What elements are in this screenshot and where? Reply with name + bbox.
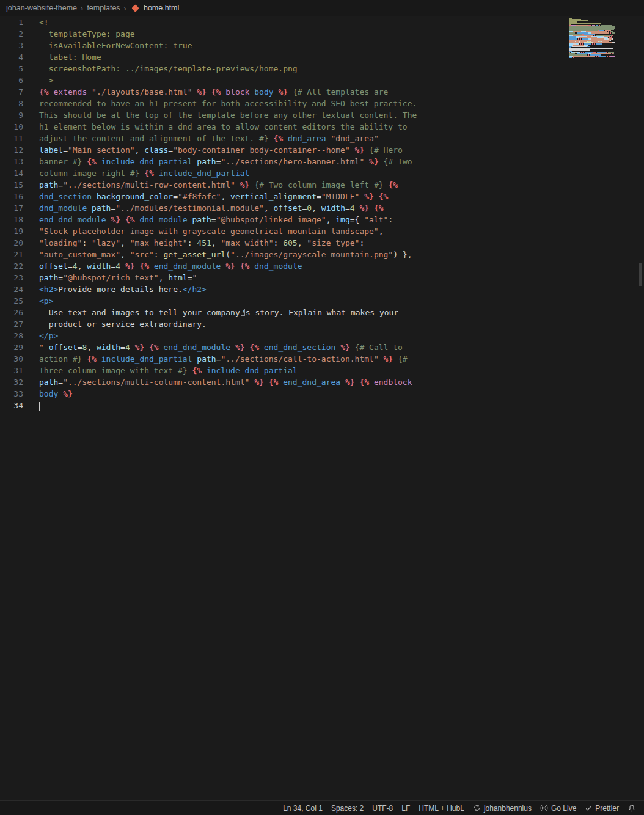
line-number[interactable]: 31	[0, 366, 29, 378]
code-token: =	[211, 215, 216, 224]
line-number[interactable]: 5	[0, 64, 29, 76]
code-line[interactable]: path="@hubspot/rich_text", html="	[39, 273, 569, 285]
line-number[interactable]: 9	[0, 111, 29, 122]
code-line[interactable]: screenshotPath: ../images/template-previ…	[39, 64, 569, 76]
encoding[interactable]: UTF-8	[368, 801, 397, 815]
line-number[interactable]: 3	[0, 41, 29, 53]
code-token	[154, 169, 159, 178]
line-number[interactable]: 23	[0, 273, 29, 285]
code-line[interactable]: product or service extraordinary.	[39, 320, 569, 331]
code-line[interactable]	[39, 401, 569, 412]
indentation[interactable]: Spaces: 2	[327, 801, 368, 815]
code-token: isAvailableForNewContent: true	[39, 41, 192, 50]
code-line[interactable]: dnd_module path="../modules/testimonial.…	[39, 203, 569, 215]
go-live[interactable]: Go Live	[536, 801, 580, 815]
code-line[interactable]: end_dnd_module %} {% dnd_module path="@h…	[39, 215, 569, 227]
code-line[interactable]: adjust the content and alignment of the …	[39, 134, 569, 145]
minimap[interactable]	[569, 18, 618, 59]
line-number[interactable]: 27	[0, 320, 29, 331]
code-line[interactable]: h1 element below is within a dnd area to…	[39, 122, 569, 134]
code-line[interactable]: {% extends "./layouts/base.html" %} {% b…	[39, 87, 569, 99]
line-number[interactable]: 24	[0, 285, 29, 296]
code-line[interactable]: dnd_section background_color="#f8fafc", …	[39, 192, 569, 203]
code-line[interactable]: Use text and images to tell your company…	[39, 308, 569, 320]
line-number[interactable]: 16	[0, 192, 29, 203]
line-number[interactable]: 15	[0, 180, 29, 192]
code-token	[202, 366, 207, 375]
settings-sync-account[interactable]: johanbhennius	[469, 801, 536, 815]
code-line[interactable]: <!--	[39, 18, 569, 29]
code-token: =	[168, 145, 173, 155]
code-token: <!--	[39, 18, 58, 27]
breadcrumb-item-theme[interactable]: johan-website-theme	[6, 4, 77, 12]
code-token	[97, 157, 101, 166]
line-number[interactable]: 22	[0, 261, 29, 273]
code-area[interactable]: <!-- templateType: page isAvailableForNe…	[29, 18, 569, 800]
code-line[interactable]: label: Home	[39, 53, 569, 64]
code-line[interactable]: offset=4, width=4 %} {% end_dnd_module %…	[39, 261, 569, 273]
line-number[interactable]: 6	[0, 76, 29, 87]
breadcrumb-file[interactable]: home.html	[144, 4, 179, 12]
code-line[interactable]: "Stock placeholder image with grayscale …	[39, 227, 569, 238]
code-token: {%	[125, 215, 135, 224]
line-number[interactable]: 13	[0, 157, 29, 169]
code-line[interactable]: action #} {% include_dnd_partial path=".…	[39, 354, 569, 366]
code-line[interactable]: "loading": "lazy", "max_height": 451, "m…	[39, 238, 569, 250]
code-line[interactable]: body %}	[39, 389, 569, 401]
code-line[interactable]: </p>	[39, 331, 569, 343]
breadcrumb-item-templates[interactable]: templates	[87, 4, 120, 12]
line-number[interactable]: 34	[0, 401, 29, 412]
code-token: "../sections/call-to-action.html"	[221, 354, 378, 364]
code-line[interactable]: path="../sections/multi-column-content.h…	[39, 378, 569, 389]
line-number[interactable]: 12	[0, 145, 29, 157]
line-number[interactable]: 2	[0, 29, 29, 41]
code-line[interactable]: " offset=8, width=4 %} {% end_dnd_module…	[39, 343, 569, 354]
prettier[interactable]: Prettier	[580, 801, 623, 815]
overview-ruler-mark[interactable]	[639, 263, 642, 286]
line-number[interactable]: 25	[0, 296, 29, 308]
language-mode[interactable]: HTML + HubL	[414, 801, 469, 815]
line-number[interactable]: 28	[0, 331, 29, 343]
line-number[interactable]: 14	[0, 169, 29, 180]
line-number[interactable]: 21	[0, 250, 29, 261]
line-number[interactable]: 20	[0, 238, 29, 250]
code-token: <p>	[39, 296, 53, 305]
code-line[interactable]: <h2>Provide more details here.</h2>	[39, 285, 569, 296]
code-line[interactable]: banner #} {% include_dnd_partial path=".…	[39, 157, 569, 169]
code-line[interactable]: isAvailableForNewContent: true	[39, 41, 569, 53]
line-number[interactable]: 26	[0, 308, 29, 320]
end-of-line[interactable]: LF	[397, 801, 414, 815]
code-token: {%	[249, 343, 259, 352]
notifications[interactable]	[623, 801, 640, 815]
code-line[interactable]: -->	[39, 76, 569, 87]
code-line[interactable]: path="../sections/multi-row-content.html…	[39, 180, 569, 192]
line-number[interactable]: 4	[0, 53, 29, 64]
code-line[interactable]: recommended to have an h1 present for bo…	[39, 99, 569, 111]
code-token	[283, 134, 288, 143]
line-number[interactable]: 8	[0, 99, 29, 111]
line-number[interactable]: 11	[0, 134, 29, 145]
code-token	[87, 203, 92, 213]
code-line[interactable]: label="Main section", class="body-contai…	[39, 145, 569, 157]
line-number[interactable]: 17	[0, 203, 29, 215]
line-number[interactable]: 32	[0, 378, 29, 389]
line-number[interactable]: 18	[0, 215, 29, 227]
code-line[interactable]: This should be at the top of the templat…	[39, 111, 569, 122]
code-line[interactable]: column image right #} {% include_dnd_par…	[39, 169, 569, 180]
breadcrumb-separator: ›	[78, 4, 86, 13]
code-line[interactable]: Three column image with text #} {% inclu…	[39, 366, 569, 378]
breadcrumb: johan-website-theme › templates › home.h…	[0, 0, 644, 16]
code-line[interactable]: <p>	[39, 296, 569, 308]
cursor-position-label: Ln 34, Col 1	[283, 804, 323, 813]
code-line[interactable]: "auto_custom_max", "src": get_asset_url(…	[39, 250, 569, 261]
line-number[interactable]: 29	[0, 343, 29, 354]
code-token	[120, 261, 125, 271]
line-number[interactable]: 19	[0, 227, 29, 238]
line-number[interactable]: 10	[0, 122, 29, 134]
line-number[interactable]: 33	[0, 389, 29, 401]
line-number[interactable]: 1	[0, 18, 29, 29]
cursor-position[interactable]: Ln 34, Col 1	[279, 801, 327, 815]
line-number[interactable]: 30	[0, 354, 29, 366]
line-number[interactable]: 7	[0, 87, 29, 99]
code-line[interactable]: templateType: page	[39, 29, 569, 41]
